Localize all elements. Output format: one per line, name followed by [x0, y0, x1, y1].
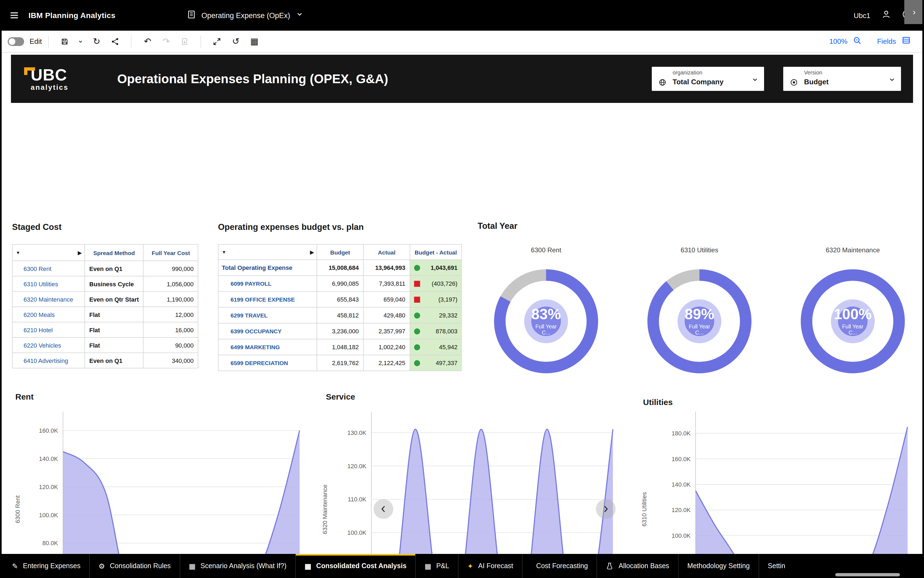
save-options-chevron-icon[interactable] [74, 32, 87, 50]
user-icon[interactable] [881, 9, 891, 21]
carousel-next-button[interactable] [596, 499, 616, 519]
variance-cell[interactable]: 1,043,691 [410, 260, 462, 276]
table-row[interactable]: 6320 MaintenanceEven on Qtr Start1,190,0… [12, 291, 198, 307]
account-link[interactable]: 6220 Vehicles [12, 338, 85, 353]
account-link[interactable]: 6499 MARKETING [218, 339, 317, 355]
version-dropdown[interactable]: Version Budget [783, 67, 901, 91]
account-link[interactable]: 6410 Advertising [12, 353, 85, 368]
cost-cell[interactable]: 90,000 [143, 338, 198, 353]
table-row[interactable]: 6499 MARKETING1,048,1821,002,24045,942 [218, 339, 462, 355]
cost-cell[interactable]: 340,000 [143, 353, 198, 368]
save-button[interactable] [55, 32, 74, 50]
tab-ai-forecast[interactable]: ✦AI Forecast [458, 554, 522, 578]
tab-cost-forecasting[interactable]: Cost Forecasting [522, 554, 597, 578]
actual-cell[interactable]: 659,040 [363, 291, 410, 307]
workbook-switcher[interactable]: Operating Expense (OpEx) [187, 10, 303, 21]
tab-p-l[interactable]: ▦P&L [415, 554, 458, 578]
fields-button[interactable]: Fields [877, 37, 896, 45]
cost-cell[interactable]: 12,000 [143, 307, 198, 322]
commit-data-button[interactable] [176, 32, 194, 50]
tab-scroll-right-button[interactable]: › [904, 0, 924, 24]
zoom-level[interactable]: 100% [829, 37, 848, 45]
actual-cell[interactable]: 2,122,425 [363, 355, 410, 371]
column-header[interactable]: Budget - Actual [410, 244, 462, 260]
actual-cell[interactable]: 7,393,811 [363, 276, 410, 291]
table-row[interactable]: 6210 HotelFlat16,000 [12, 322, 198, 338]
tab-scrollbar[interactable] [835, 573, 900, 576]
table-row[interactable]: Total Operating Expense15,008,68413,964,… [218, 260, 462, 276]
grid-view-button[interactable]: ▦ [245, 32, 264, 50]
table-row[interactable]: 6599 DEPRECIATION2,619,7622,122,425497,3… [218, 355, 462, 371]
table-row[interactable]: 6199 OFFICE EXPENSE655,843659,040(3,197) [218, 291, 462, 307]
actual-cell[interactable]: 429,480 [363, 307, 410, 323]
actual-cell[interactable]: 2,357,997 [363, 323, 410, 339]
filter-dropdown-icon[interactable]: ▼ [16, 250, 20, 255]
budget-cell[interactable]: 655,843 [317, 291, 363, 307]
spread-method-cell[interactable]: Even on Q1 [85, 353, 143, 368]
account-link[interactable]: 6300 Rent [12, 261, 85, 276]
account-link[interactable]: 6099 PAYROLL [218, 276, 317, 291]
table-row[interactable]: 6099 PAYROLL6,990,0857,393,811(403,726) [218, 276, 462, 291]
cost-cell[interactable]: 990,000 [143, 261, 198, 276]
expand-button[interactable] [208, 32, 226, 50]
account-link[interactable]: 6199 OFFICE EXPENSE [218, 291, 317, 307]
table-row[interactable]: 6300 RentEven on Q1990,000 [12, 261, 198, 276]
variance-cell[interactable]: 497,337 [410, 355, 462, 371]
variance-cell[interactable]: 45,942 [410, 339, 462, 355]
expand-header-icon[interactable]: ▶ [310, 249, 314, 255]
account-link[interactable]: 6210 Hotel [12, 322, 85, 338]
variance-cell[interactable]: 878,003 [410, 323, 462, 339]
actual-cell[interactable]: 13,964,993 [363, 260, 410, 276]
carousel-prev-button[interactable] [374, 499, 393, 519]
undo-button[interactable]: ↶ [138, 32, 157, 50]
variance-cell[interactable]: (403,726) [410, 276, 462, 291]
column-header[interactable]: Budget [317, 244, 363, 260]
tab-entering-expenses[interactable]: ✎Entering Expenses [3, 554, 89, 578]
row-dimension-header[interactable]: ▼▶ [12, 244, 85, 261]
tab-allocation-bases[interactable]: Allocation Bases [597, 554, 678, 578]
refresh-button[interactable]: ↻ [87, 32, 106, 50]
account-link[interactable]: Total Operating Expense [218, 260, 317, 276]
spread-method-cell[interactable]: Flat [85, 322, 143, 338]
row-dimension-header[interactable]: ▼▶ [218, 244, 317, 260]
table-row[interactable]: 6220 VehiclesFlat90,000 [12, 338, 198, 353]
expand-header-icon[interactable]: ▶ [78, 250, 81, 255]
tab-methodology-setting[interactable]: Methodology Setting [678, 554, 758, 578]
filter-dropdown-icon[interactable]: ▼ [222, 250, 226, 255]
column-header[interactable]: Full Year Cost [143, 244, 198, 261]
account-link[interactable]: 6320 Maintenance [12, 291, 85, 307]
cost-cell[interactable]: 1,056,000 [143, 276, 198, 291]
budget-cell[interactable]: 15,008,684 [317, 260, 363, 276]
spread-method-cell[interactable]: Flat [85, 338, 143, 353]
account-link[interactable]: 6200 Meals [12, 307, 85, 322]
account-link[interactable]: 6299 TRAVEL [218, 307, 317, 323]
budget-cell[interactable]: 3,236,000 [317, 323, 363, 339]
share-button[interactable] [106, 32, 125, 50]
variance-cell[interactable]: 29,332 [410, 307, 462, 323]
account-link[interactable]: 6599 DEPRECIATION [218, 355, 317, 371]
account-link[interactable]: 6310 Utilities [12, 276, 85, 291]
fields-icon[interactable] [901, 36, 911, 47]
table-row[interactable]: 6310 UtilitiesBusiness Cycle1,056,000 [12, 276, 198, 291]
budget-cell[interactable]: 458,812 [317, 307, 363, 323]
hamburger-menu-icon[interactable] [0, 10, 28, 20]
tab-consolidated-cost-analysis[interactable]: ▦Consolidated Cost Analysis [295, 554, 415, 578]
cost-cell[interactable]: 16,000 [143, 322, 198, 338]
budget-cell[interactable]: 6,990,085 [317, 276, 363, 291]
edit-toggle[interactable] [8, 37, 24, 46]
account-link[interactable]: 6399 OCCUPANCY [218, 323, 317, 339]
tab-scenario-analysis-what-if[interactable]: ▦Scenario Analysis (What If?) [179, 554, 295, 578]
budget-cell[interactable]: 2,619,762 [317, 355, 363, 371]
table-row[interactable]: 6200 MealsFlat12,000 [12, 307, 198, 322]
variance-cell[interactable]: (3,197) [410, 291, 462, 307]
tab-consolidation-rules[interactable]: ⚙Consolidation Rules [89, 554, 180, 578]
column-header[interactable]: Spread Method [85, 244, 143, 261]
budget-cell[interactable]: 1,048,182 [317, 339, 363, 355]
spread-method-cell[interactable]: Even on Qtr Start [85, 291, 143, 307]
actual-cell[interactable]: 1,002,240 [363, 339, 410, 355]
spread-method-cell[interactable]: Even on Q1 [85, 261, 143, 276]
reset-button[interactable]: ↺ [226, 32, 245, 50]
table-row[interactable]: 6399 OCCUPANCY3,236,0002,357,997878,003 [218, 323, 462, 339]
table-row[interactable]: 6410 AdvertisingEven on Q1340,000 [12, 353, 198, 368]
organization-dropdown[interactable]: organization Total Company [652, 67, 764, 91]
